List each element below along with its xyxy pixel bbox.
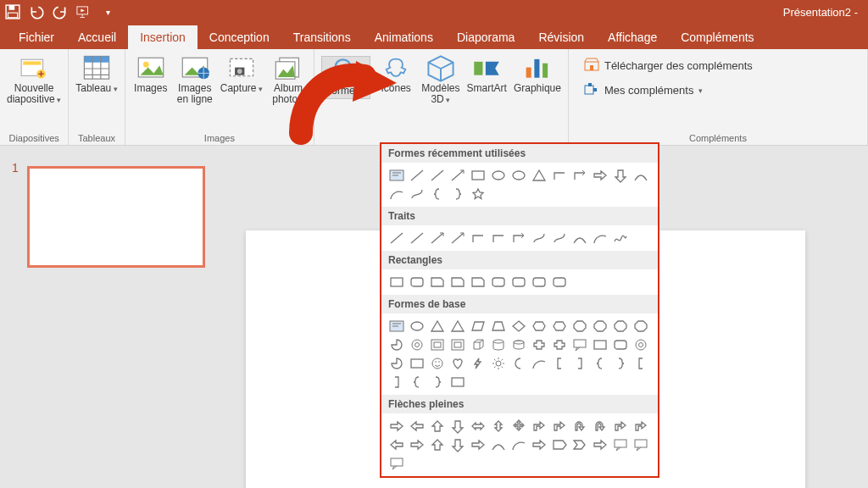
shape-braceL[interactable] bbox=[427, 185, 448, 203]
shape-rrect[interactable] bbox=[610, 336, 631, 354]
shape-cyl[interactable] bbox=[488, 336, 509, 354]
shape-bend[interactable] bbox=[631, 417, 651, 435]
shape-braceR[interactable] bbox=[448, 185, 468, 203]
smartart-button[interactable]: SmartArt bbox=[467, 56, 507, 94]
shape-arrowline[interactable] bbox=[448, 166, 468, 185]
shape-rrect[interactable] bbox=[509, 273, 529, 291]
shape-oval[interactable] bbox=[488, 166, 509, 185]
shape-arc[interactable] bbox=[529, 354, 549, 373]
shape-oct[interactable] bbox=[570, 317, 590, 336]
models3d-button[interactable]: Modèles 3D bbox=[421, 56, 459, 105]
shape-darrow[interactable] bbox=[448, 417, 468, 435]
shape-sun[interactable] bbox=[488, 354, 509, 373]
tab-conception[interactable]: Conception bbox=[198, 25, 281, 49]
shape-cross[interactable] bbox=[529, 336, 549, 354]
icons-button[interactable]: Icônes bbox=[377, 56, 415, 94]
shape-chev[interactable] bbox=[570, 435, 590, 454]
shape-rarrow[interactable] bbox=[407, 435, 427, 454]
shape-darrow[interactable] bbox=[448, 435, 468, 454]
shape-elbow[interactable] bbox=[549, 166, 570, 185]
shape-moon[interactable] bbox=[509, 354, 529, 373]
shape-donut[interactable] bbox=[407, 336, 427, 354]
undo-icon[interactable] bbox=[29, 4, 44, 19]
images-button[interactable]: Images bbox=[132, 56, 170, 94]
shape-tri[interactable] bbox=[448, 317, 468, 336]
shape-rect[interactable] bbox=[590, 336, 610, 354]
shape-bracketR[interactable] bbox=[387, 373, 407, 391]
shape-callout[interactable] bbox=[631, 435, 651, 454]
shape-uarrow[interactable] bbox=[427, 417, 448, 435]
shape-line[interactable] bbox=[387, 229, 407, 247]
redo-icon[interactable] bbox=[53, 4, 68, 19]
shape-oct[interactable] bbox=[631, 317, 651, 336]
tab-complements[interactable]: Compléments bbox=[669, 25, 765, 49]
shape-braceL[interactable] bbox=[407, 373, 427, 391]
shape-connector[interactable] bbox=[529, 229, 549, 247]
shape-connector[interactable] bbox=[407, 185, 427, 203]
shape-heart[interactable] bbox=[448, 354, 468, 373]
shape-bracketL[interactable] bbox=[631, 354, 651, 373]
shape-rrect[interactable] bbox=[529, 273, 549, 291]
shape-star[interactable] bbox=[468, 185, 488, 203]
shape-bracketL[interactable] bbox=[549, 354, 570, 373]
shape-textbox[interactable] bbox=[387, 317, 407, 336]
shape-larrow[interactable] bbox=[387, 435, 407, 454]
tab-insertion[interactable]: Insertion bbox=[128, 25, 198, 49]
tab-animations[interactable]: Animations bbox=[363, 25, 445, 49]
shape-oct[interactable] bbox=[590, 317, 610, 336]
shape-oval[interactable] bbox=[407, 317, 427, 336]
shape-elbow[interactable] bbox=[468, 229, 488, 247]
shape-rarrow[interactable] bbox=[529, 435, 549, 454]
shape-para[interactable] bbox=[468, 317, 488, 336]
shape-larrow[interactable] bbox=[407, 417, 427, 435]
shape-arrowline[interactable] bbox=[448, 229, 468, 247]
shape-line[interactable] bbox=[407, 166, 427, 185]
shape-oct[interactable] bbox=[610, 317, 631, 336]
shape-frame[interactable] bbox=[427, 336, 448, 354]
qat-caret-icon[interactable]: ▾ bbox=[100, 4, 115, 19]
shape-rect[interactable] bbox=[468, 166, 488, 185]
shape-hex[interactable] bbox=[529, 317, 549, 336]
shape-arc[interactable] bbox=[590, 229, 610, 247]
shape-bracketR[interactable] bbox=[570, 354, 590, 373]
shape-cross[interactable] bbox=[549, 336, 570, 354]
shape-pent[interactable] bbox=[549, 435, 570, 454]
shape-rect[interactable] bbox=[387, 273, 407, 291]
shape-arc[interactable] bbox=[509, 435, 529, 454]
album-button[interactable]: Album photo bbox=[270, 56, 307, 105]
tab-accueil[interactable]: Accueil bbox=[66, 25, 128, 49]
shape-uturn[interactable] bbox=[570, 417, 590, 435]
slide-thumbnail-1[interactable] bbox=[27, 166, 205, 268]
shape-bend[interactable] bbox=[529, 417, 549, 435]
shape-trap[interactable] bbox=[488, 317, 509, 336]
shape-elbowarr[interactable] bbox=[570, 166, 590, 185]
shape-rect[interactable] bbox=[407, 354, 427, 373]
shape-curve[interactable] bbox=[570, 229, 590, 247]
table-button[interactable]: Tableau bbox=[75, 56, 118, 94]
shape-rarrow[interactable] bbox=[468, 435, 488, 454]
shape-rrect[interactable] bbox=[488, 273, 509, 291]
shape-rect[interactable] bbox=[448, 373, 468, 391]
shape-rrect[interactable] bbox=[549, 273, 570, 291]
shape-frame[interactable] bbox=[448, 336, 468, 354]
shape-snip[interactable] bbox=[448, 273, 468, 291]
capture-button[interactable]: Capture bbox=[220, 56, 263, 94]
shape-arc[interactable] bbox=[387, 185, 407, 203]
shape-arrowline[interactable] bbox=[427, 229, 448, 247]
tab-fichier[interactable]: Fichier bbox=[7, 25, 66, 49]
shape-smiley[interactable] bbox=[427, 354, 448, 373]
shape-oval[interactable] bbox=[509, 166, 529, 185]
shape-can[interactable] bbox=[509, 336, 529, 354]
shape-uturn[interactable] bbox=[590, 417, 610, 435]
online-images-button[interactable]: Images en ligne bbox=[176, 56, 214, 105]
shapes-button[interactable]: Formes bbox=[321, 56, 370, 99]
shape-rarrow[interactable] bbox=[387, 417, 407, 435]
shape-curve[interactable] bbox=[631, 166, 651, 185]
shape-curve[interactable] bbox=[488, 435, 509, 454]
shape-rrect[interactable] bbox=[407, 273, 427, 291]
shape-diamond[interactable] bbox=[509, 317, 529, 336]
shape-line[interactable] bbox=[407, 229, 427, 247]
tab-transitions[interactable]: Transitions bbox=[281, 25, 363, 49]
shape-donut[interactable] bbox=[631, 336, 651, 354]
shape-braceL[interactable] bbox=[590, 354, 610, 373]
